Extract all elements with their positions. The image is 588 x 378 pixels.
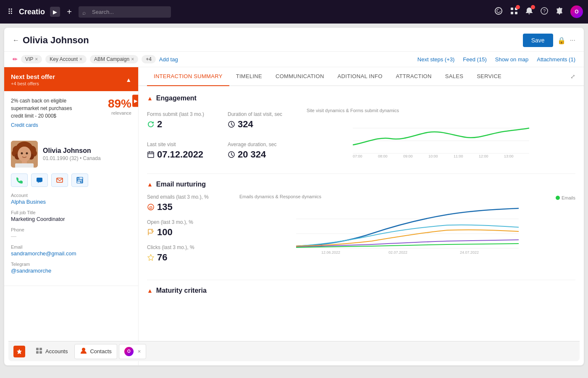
user-avatar[interactable]: O [570, 5, 583, 18]
add-tag-button[interactable]: Add tag [159, 56, 178, 63]
tab-expand-icon[interactable]: ⤢ [570, 73, 575, 80]
engagement-content: Forms submit (last 3 mo.) 2 Duration of … [147, 108, 575, 163]
email-chart-header: Emails dynamics & Response dynamics Emai… [239, 194, 575, 202]
offer-link[interactable]: Credit cards [11, 122, 78, 128]
svg-text:24.07.2022: 24.07.2022 [460, 250, 479, 255]
engagement-chart-wrapper: Site visit dynamics & Forms submit dynam… [307, 108, 575, 163]
page-title: Olivia Johnson [23, 35, 89, 46]
engagement-chart: 07:00 08:00 09:00 10:00 11:00 12:00 13:0… [307, 116, 575, 158]
settings-icon[interactable] [555, 7, 564, 17]
offer-expand-arrow[interactable]: ▶ [132, 94, 139, 107]
tab-attraction[interactable]: ATTRACTION [389, 67, 438, 86]
play-button[interactable]: ▶ [50, 7, 60, 17]
svg-point-14 [18, 147, 31, 162]
main-panel: ▲ Engagement Forms submit (last 3 mo.) 2 [139, 86, 584, 313]
svg-text:?: ? [543, 8, 546, 13]
contact-actions [11, 173, 131, 187]
tab-interaction-summary[interactable]: INTERACTION SUMMARY [147, 67, 229, 86]
section-divider-1 [147, 173, 575, 174]
page-header: ← Olivia Johnson Save 🔒 ··· [4, 28, 584, 52]
message-action-button[interactable] [31, 173, 48, 187]
svg-text:10:00: 10:00 [428, 154, 438, 158]
creatio-icon[interactable] [494, 6, 503, 18]
maturity-header: ▲ Maturity criteria [147, 287, 575, 294]
apps-badge [516, 5, 520, 9]
svg-text:02.07.2022: 02.07.2022 [388, 250, 407, 255]
forms-submit-value: 2 [157, 119, 162, 130]
svg-point-47 [82, 348, 85, 351]
edit-tags-icon[interactable]: ✏ [13, 56, 18, 63]
tab-timeline[interactable]: TIMELINE [229, 67, 269, 86]
remove-tag-key-account[interactable]: × [79, 56, 82, 62]
tab-sales[interactable]: SALES [438, 67, 470, 86]
tags-row: ✏ VIP × Key Account × ABM Campaign × +4 … [4, 52, 584, 67]
contact-info: Olivia Johnson 01.01.1990 (32) • Canada [43, 147, 101, 161]
offer-collapse-button[interactable]: ▲ [126, 76, 131, 83]
account-value[interactable]: Alpha Busines [11, 199, 131, 205]
taskbar-pin-button[interactable] [13, 346, 25, 357]
email-action-button[interactable] [51, 173, 68, 187]
phone-action-button[interactable] [11, 173, 28, 187]
email-nurturing-title: Email nurturing [156, 181, 206, 188]
open-value: 100 [157, 227, 173, 238]
taskbar-accounts[interactable]: Accounts [30, 344, 73, 359]
add-button[interactable]: + [63, 6, 75, 18]
content-area: Next best offer +4 best offers ▲ 2% cash… [4, 67, 584, 365]
tag-abm-campaign[interactable]: ABM Campaign × [90, 55, 138, 63]
top-navigation: ⠿ Creatio ▶ + ⌕ ? O [0, 0, 588, 24]
telegram-value[interactable]: @sandramorche [11, 268, 131, 274]
search-input[interactable] [79, 6, 171, 18]
title-area: ← Olivia Johnson [13, 35, 89, 46]
left-sidebar: Next best offer +4 best offers ▲ 2% cash… [4, 67, 139, 365]
email-label: Email [11, 244, 131, 249]
tab-additional-info[interactable]: ADITIONAL INFO [331, 67, 389, 86]
emails-legend-dot [556, 196, 560, 200]
notifications-icon[interactable] [525, 7, 533, 17]
taskbar-contacts[interactable]: Contacts [74, 344, 117, 359]
svg-rect-45 [36, 351, 39, 354]
more-tags-button[interactable]: +4 [142, 55, 156, 63]
offer-title: Next best offer [11, 73, 55, 80]
more-options-button[interactable]: ··· [570, 37, 575, 44]
offer-card: Next best offer +4 best offers ▲ 2% cash… [4, 67, 138, 134]
accounts-icon [35, 347, 43, 356]
back-button[interactable]: ← [13, 37, 19, 44]
phone-value: — [11, 233, 131, 239]
app-logo: Creatio [19, 8, 45, 16]
tag-key-account[interactable]: Key Account × [45, 55, 87, 63]
remove-tag-vip[interactable]: × [35, 56, 38, 62]
tab-communication[interactable]: COMMUNICATION [269, 67, 331, 86]
tab-service[interactable]: SERVICE [470, 67, 508, 86]
forms-submit-metric: Forms submit (last 3 mo.) 2 [147, 108, 218, 133]
svg-rect-23 [148, 152, 154, 158]
tag-vip[interactable]: VIP × [21, 55, 42, 63]
next-steps-link[interactable]: Next steps (+3) [417, 56, 455, 63]
feed-link[interactable]: Feed (15) [463, 56, 486, 63]
save-button[interactable]: Save [523, 34, 553, 47]
telegram-label: Telegram [11, 262, 131, 267]
offer-body: 2% cash back on eligible supermarket net… [4, 91, 138, 134]
lock-icon[interactable]: 🔒 [557, 37, 566, 45]
phone-label: Phone [11, 227, 131, 232]
job-title-label: Full job Title [11, 210, 131, 215]
email-nurturing-content: Send emails (last 3 mo.), % @ 135 Open (… [147, 194, 575, 270]
attachments-link[interactable]: Attachments (1) [537, 56, 575, 63]
search-wrapper: ⌕ [79, 6, 171, 18]
clock-icon-2 [228, 151, 235, 158]
svg-text:07:00: 07:00 [353, 154, 362, 158]
email-chart-label: Emails dynamics & Response dynamics [239, 194, 321, 199]
email-nurturing-metrics: Send emails (last 3 mo.), % @ 135 Open (… [147, 194, 231, 270]
grid-menu-icon[interactable]: ⠿ [5, 5, 16, 19]
show-on-map-link[interactable]: Show on map [495, 56, 529, 63]
help-icon[interactable]: ? [540, 7, 549, 17]
taskbar-active-tab[interactable]: O × [119, 344, 147, 359]
email-value[interactable]: sandramorche@gmail.com [11, 250, 131, 257]
close-tab-button[interactable]: × [138, 348, 141, 354]
more-action-button[interactable] [71, 173, 88, 187]
svg-text:11:00: 11:00 [454, 154, 463, 158]
svg-rect-44 [39, 348, 42, 350]
remove-tag-abm-campaign[interactable]: × [131, 56, 134, 62]
apps-icon[interactable] [510, 7, 518, 17]
last-site-visit-metric: Last site visit 07.12.2022 [147, 138, 218, 163]
emails-legend-label: Emails [562, 195, 575, 200]
